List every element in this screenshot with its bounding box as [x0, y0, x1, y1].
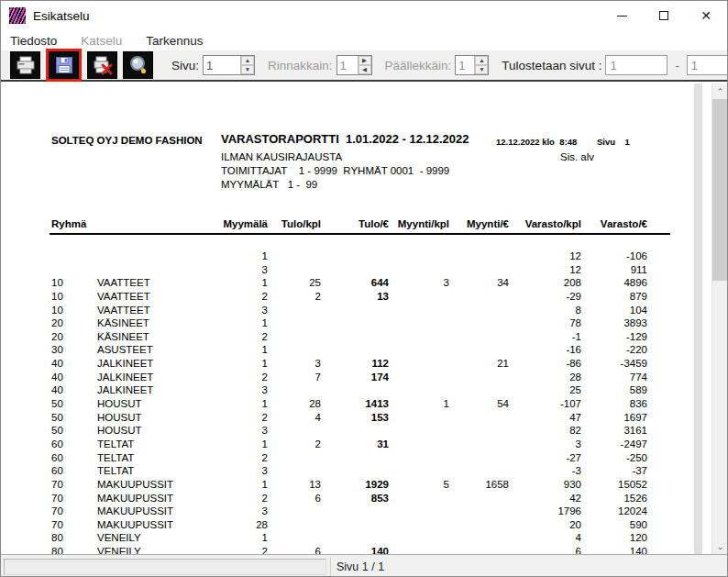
table-cell: -1 [513, 331, 581, 342]
table-row: 112-106 [1, 250, 694, 264]
table-cell: 644 [329, 277, 389, 288]
report-page: SOLTEQ OYJ DEMO FASHION VARASTORAPORTTI … [1, 83, 694, 554]
table-cell: 112 [329, 358, 389, 369]
table-cell: 20 [513, 519, 581, 530]
table-row: 312911 [1, 264, 694, 278]
table-cell: 12024 [579, 505, 647, 516]
table-cell: 1697 [579, 412, 647, 423]
table-cell: 1 [222, 479, 268, 490]
vertical-scrollbar[interactable]: ⌃ ⌄ [711, 83, 727, 554]
save-button[interactable] [49, 51, 79, 79]
table-cell: 590 [579, 519, 647, 530]
cancel-print-button[interactable] [87, 51, 117, 79]
overlap-down-icon[interactable]: ▼ [475, 65, 488, 74]
menu-tiedosto[interactable]: Tiedosto [10, 34, 57, 48]
table-cell: 120 [579, 532, 647, 543]
titlebar[interactable]: Esikatselu ✕ [1, 1, 727, 30]
table-cell: 2 [222, 372, 268, 383]
zoom-button[interactable] [123, 51, 153, 79]
table-cell: 6 [270, 546, 321, 554]
scroll-up-icon[interactable]: ⌃ [712, 83, 727, 99]
page-edge-shadow [694, 83, 702, 554]
page-up-icon[interactable]: ▲ [241, 56, 254, 65]
table-cell: 21 [449, 358, 509, 369]
table-cell: 28 [270, 398, 321, 409]
col-header-myynti-kpl: Myynti/kpl [390, 218, 449, 229]
table-cell: 7 [270, 372, 321, 383]
table-cell: 3 [513, 438, 581, 449]
table-row: 50HOUSUT24153471697 [1, 412, 694, 426]
table-cell: JALKINEET [97, 372, 216, 383]
page-spinner-label: Sivu: [171, 59, 199, 72]
table-cell: 6 [270, 493, 321, 504]
table-cell: -107 [513, 398, 581, 409]
range-to-input[interactable] [687, 55, 728, 75]
table-row: 40JALKINEET2717428774 [1, 372, 694, 385]
table-cell: 12 [513, 250, 581, 261]
window-controls: ✕ [601, 1, 727, 30]
across-input[interactable] [337, 56, 358, 74]
table-cell: 6 [513, 546, 581, 554]
status-page-text: Sivu 1 / 1 [336, 560, 384, 573]
across-spinner: ▶ ◀ [336, 55, 372, 75]
page-down-icon[interactable]: ▼ [241, 65, 254, 74]
page-spinner: ▲ ▼ [203, 55, 255, 75]
table-cell: JALKINEET [97, 384, 216, 395]
scroll-down-icon[interactable]: ⌄ [712, 538, 727, 554]
table-row: 60TELTAT3-3-37 [1, 465, 694, 479]
overlap-input[interactable] [456, 56, 474, 74]
scrollbar-thumb[interactable] [712, 99, 727, 281]
status-panel [4, 559, 326, 575]
table-cell: JALKINEET [97, 358, 216, 369]
across-left-icon[interactable]: ◀ [358, 65, 371, 74]
report-company: SOLTEQ OYJ DEMO FASHION [51, 135, 203, 146]
col-header-ryhma: Ryhmä [51, 218, 106, 229]
table-cell: 3893 [579, 317, 647, 328]
table-cell: 8 [513, 305, 581, 316]
close-icon: ✕ [700, 9, 711, 22]
window-title: Esikatselu [33, 9, 90, 23]
table-cell: 4 [513, 532, 581, 543]
overlap-up-icon[interactable]: ▲ [475, 56, 488, 65]
print-button[interactable] [10, 51, 40, 79]
table-cell: 589 [579, 384, 647, 395]
overlap-spinner-label: Päällekkäin: [385, 59, 452, 72]
table-cell: 12 [513, 264, 581, 275]
report-subtitle-season: ILMAN KAUSIRAJAUSTA [221, 151, 342, 162]
table-cell: TELTAT [97, 452, 216, 463]
table-row: 20KÄSINEET1783893 [1, 317, 694, 331]
table-cell: 3 [390, 277, 449, 288]
table-cell: VAATTEET [97, 291, 216, 302]
table-cell: 174 [329, 372, 389, 383]
table-cell: VENEILY [97, 532, 216, 543]
table-header-rule [50, 233, 670, 235]
table-cell: HOUSUT [97, 425, 216, 436]
table-cell: -2497 [579, 438, 647, 449]
menu-katselu[interactable]: Katselu [81, 34, 122, 48]
minimize-button[interactable] [601, 1, 643, 30]
col-header-varasto-eur: Varasto/€ [579, 218, 647, 229]
table-cell: 2 [270, 291, 321, 302]
across-right-icon[interactable]: ▶ [358, 56, 371, 65]
table-cell: 3 [222, 465, 268, 476]
table-cell: 42 [513, 493, 581, 504]
menu-tarkennus[interactable]: Tarkennus [146, 34, 203, 48]
close-button[interactable]: ✕ [685, 1, 727, 30]
table-cell: 879 [579, 291, 647, 302]
table-cell: MAKUUPUSSIT [97, 493, 216, 504]
page-input[interactable] [204, 56, 240, 74]
table-row: 50HOUSUT1281413154-107836 [1, 398, 694, 412]
table-cell: -16 [513, 344, 581, 355]
table-row: 30ASUSTEET1-16-220 [1, 344, 694, 358]
table-row: 50HOUSUT3823161 [1, 425, 694, 438]
table-cell: -27 [513, 452, 581, 463]
table-cell: 930 [513, 479, 581, 490]
table-cell: 140 [329, 546, 389, 554]
table-cell: KÄSINEET [97, 331, 216, 342]
maximize-button[interactable] [643, 1, 685, 30]
range-from-input[interactable] [605, 55, 667, 75]
table-cell: -86 [513, 358, 581, 369]
table-cell: -3459 [579, 358, 647, 369]
table-cell: 1 [222, 277, 268, 288]
table-cell: 28 [513, 372, 581, 383]
